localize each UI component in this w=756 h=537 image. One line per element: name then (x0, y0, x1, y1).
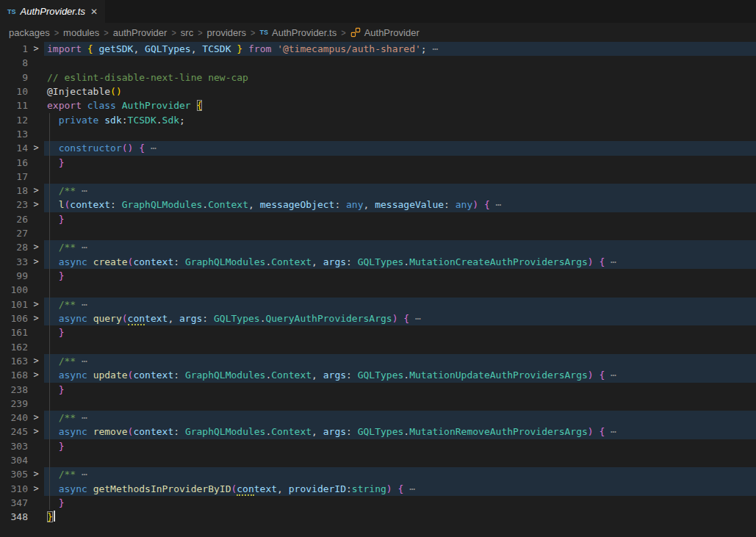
fold-chevron-icon[interactable]: > (28, 42, 44, 56)
line-number: 161 (0, 325, 28, 339)
code-token: ; (179, 115, 185, 126)
breadcrumb-item-providers[interactable]: providers (207, 27, 246, 38)
code-line[interactable]: 17 (0, 170, 756, 184)
breadcrumb-item-authprovider[interactable]: authProvider (113, 27, 168, 38)
code-line[interactable]: 106> async query(context, args: GQLTypes… (0, 311, 756, 325)
fold-chevron-icon[interactable]: > (28, 298, 44, 311)
fold-chevron-icon[interactable]: > (28, 411, 44, 425)
code-token (47, 256, 59, 267)
code-line[interactable]: 10@Injectable() (0, 84, 756, 98)
code-token: update (93, 370, 128, 381)
code-token: : (346, 256, 358, 267)
code-line[interactable]: 100 (0, 283, 756, 297)
breadcrumb-item-authprovider-ts[interactable]: TSAuthProvider.ts (260, 27, 337, 38)
code-token (47, 426, 59, 437)
fold-chevron-icon[interactable]: > (28, 240, 44, 254)
code-line[interactable]: 28> /** ⋯ (0, 240, 756, 254)
code-line[interactable]: 310> async getMethodsInProviderByID(cont… (0, 482, 756, 496)
code-line[interactable]: 101> /** ⋯ (0, 298, 756, 311)
code-token (478, 199, 484, 210)
code-line[interactable]: 12 private sdk:TCSDK.Sdk; (0, 113, 756, 127)
code-token: } (47, 511, 53, 522)
code-line[interactable]: 304 (0, 453, 756, 467)
code-line[interactable]: 27 (0, 226, 756, 240)
code-line[interactable]: 162 (0, 340, 756, 354)
code-token: { (87, 43, 93, 54)
line-number: 238 (0, 383, 28, 397)
line-number: 303 (0, 439, 28, 453)
code-token: private (59, 115, 105, 126)
code-line[interactable]: 240> /** ⋯ (0, 411, 756, 425)
fold-chevron-icon[interactable]: > (28, 311, 44, 325)
code-line[interactable]: 348} (0, 510, 756, 524)
fold-chevron-icon[interactable]: > (28, 467, 44, 481)
line-content: } (44, 325, 756, 339)
code-line[interactable]: 161 } (0, 325, 756, 339)
gutter-spacer (28, 226, 44, 240)
breadcrumb-item-packages[interactable]: packages (9, 27, 50, 38)
fold-chevron-icon[interactable]: > (28, 198, 44, 212)
code-token (47, 199, 59, 210)
code-line[interactable]: 18> /** ⋯ (0, 184, 756, 198)
code-token: , (133, 43, 145, 54)
code-line[interactable]: 26 } (0, 212, 756, 226)
breadcrumb-item-authprovider[interactable]: AuthProvider (350, 27, 420, 38)
line-number: 99 (0, 269, 28, 283)
line-content: } (44, 439, 756, 453)
code-line[interactable]: 9// eslint-disable-next-line new-cap (0, 71, 756, 84)
code-token: GQLTypes (358, 426, 404, 437)
fold-chevron-icon[interactable]: > (28, 255, 44, 269)
code-line[interactable]: 303 } (0, 439, 756, 453)
code-line[interactable]: 11export class AuthProvider { (0, 98, 756, 112)
breadcrumb-label: AuthProvider.ts (272, 27, 336, 38)
code-token: args (323, 256, 346, 267)
line-content: /** ⋯ (44, 467, 756, 481)
line-content: } (44, 269, 756, 283)
breadcrumb-label: AuthProvider (364, 27, 420, 38)
code-line[interactable]: 23> l(context: GraphQLModules.Context, m… (0, 198, 756, 212)
tab-authprovider[interactable]: TS AuthProvider.ts ✕ (0, 0, 105, 23)
code-token: { (403, 313, 409, 324)
code-token: async (59, 483, 93, 494)
fold-chevron-icon[interactable]: > (28, 141, 44, 155)
text-cursor (54, 511, 55, 522)
code-token: export (47, 100, 87, 111)
code-token (47, 270, 59, 281)
code-line[interactable]: 239 (0, 397, 756, 411)
code-line[interactable]: 14> constructor() { ⋯ (0, 141, 756, 155)
line-content: /** ⋯ (44, 411, 756, 425)
code-line[interactable]: 238 } (0, 383, 756, 397)
code-token: ⋯ (76, 185, 87, 196)
code-line[interactable]: 305> /** ⋯ (0, 467, 756, 481)
code-line[interactable]: 13 (0, 127, 756, 141)
code-line[interactable]: 16 } (0, 156, 756, 170)
breadcrumb-label: modules (63, 27, 99, 38)
close-icon[interactable]: ✕ (90, 7, 98, 16)
gutter-spacer (28, 496, 44, 510)
breadcrumb-item-src[interactable]: src (181, 27, 193, 38)
code-token: , (191, 43, 203, 54)
fold-chevron-icon[interactable]: > (28, 354, 44, 368)
code-token: args (179, 313, 202, 324)
code-line[interactable]: 99 } (0, 269, 756, 283)
fold-chevron-icon[interactable]: > (28, 368, 44, 382)
breadcrumb-separator-icon: > (54, 27, 59, 37)
code-token: ) (588, 370, 594, 381)
code-line[interactable]: 245> async remove(context: GraphQLModule… (0, 425, 756, 439)
code-line[interactable]: 33> async create(context: GraphQLModules… (0, 255, 756, 269)
code-line[interactable]: 1>import { getSDK, GQLTypes, TCSDK } fro… (0, 42, 756, 56)
fold-chevron-icon[interactable]: > (28, 482, 44, 496)
code-token: Context (271, 426, 312, 437)
code-line[interactable]: 168> async update(context: GraphQLModule… (0, 368, 756, 382)
code-token: { (197, 100, 203, 111)
line-content: import { getSDK, GQLTypes, TCSDK } from … (44, 42, 756, 56)
breadcrumb-item-modules[interactable]: modules (63, 27, 99, 38)
code-token: remove (93, 426, 128, 437)
code-token: ⋯ (403, 483, 415, 494)
line-content: } (44, 212, 756, 226)
code-line[interactable]: 163> /** ⋯ (0, 354, 756, 368)
code-line[interactable]: 8 (0, 56, 756, 70)
fold-chevron-icon[interactable]: > (28, 425, 44, 439)
fold-chevron-icon[interactable]: > (28, 184, 44, 198)
code-line[interactable]: 347 } (0, 496, 756, 510)
